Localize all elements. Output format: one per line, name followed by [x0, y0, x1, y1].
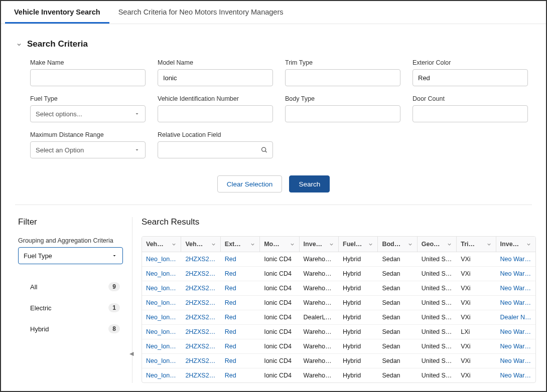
cell-text: Sedan — [378, 354, 417, 368]
tab-search-criteria-neo-motors[interactable]: Search Criteria for Neo Motors Inventory… — [109, 1, 293, 24]
cell-link[interactable]: Red — [221, 368, 260, 382]
collapse-left-icon[interactable]: ◀ — [129, 350, 133, 357]
column-header[interactable]: Geo… — [418, 237, 457, 252]
column-header-label: Veh… — [185, 241, 203, 248]
cell-text: Ionic CD4 — [260, 368, 299, 382]
cell-text: VXi — [457, 267, 496, 281]
cell-link[interactable]: 2HZXS2… — [181, 368, 220, 382]
tab-vehicle-inventory-search[interactable]: Vehicle Inventory Search — [5, 1, 109, 24]
chevron-down-icon — [329, 242, 334, 247]
input-vin[interactable] — [158, 105, 273, 122]
clear-selection-button[interactable]: Clear Selection — [217, 175, 283, 192]
search-criteria-header[interactable]: Search Criteria — [1, 24, 546, 59]
field-fuel-type: Fuel Type Select options... — [30, 95, 146, 122]
filter-heading: Filter — [18, 217, 123, 227]
cell-link[interactable]: Neo War… — [496, 325, 535, 339]
cell-link[interactable]: Neo War… — [496, 267, 535, 281]
column-header[interactable]: Bod… — [378, 237, 417, 252]
select-max-distance-placeholder: Select an Option — [36, 146, 84, 154]
cell-link[interactable]: Red — [221, 339, 260, 353]
input-exterior-color[interactable] — [413, 69, 528, 86]
cell-text: Ionic CD4 — [260, 325, 299, 339]
field-exterior-color: Exterior Color — [413, 59, 528, 86]
column-header-label: Inve… — [500, 241, 519, 248]
search-button[interactable]: Search — [289, 175, 330, 192]
cell-link[interactable]: Neo_Ioni… — [142, 310, 181, 324]
cell-text: Sedan — [378, 281, 417, 295]
cell-link[interactable]: Red — [221, 325, 260, 339]
cell-text: Hybrid — [339, 267, 378, 281]
chevron-down-icon — [526, 242, 531, 247]
cell-link[interactable]: Neo War… — [496, 354, 535, 368]
cell-text: Hybrid — [339, 368, 378, 382]
field-vin: Vehicle Identification Number — [158, 95, 273, 122]
table-row: Neo_Ioni…2HZXS2…RedIonic CD4Wareho…Hybri… — [142, 296, 535, 310]
cell-link[interactable]: Neo_Ioni… — [142, 368, 181, 382]
cell-text: United S… — [418, 325, 457, 339]
cell-link[interactable]: Neo War… — [496, 368, 535, 382]
cell-link[interactable]: Neo War… — [496, 296, 535, 310]
cell-link[interactable]: Neo_Ioni… — [142, 252, 181, 266]
input-relative-location[interactable] — [158, 141, 273, 158]
column-header[interactable]: Ext… — [221, 237, 260, 252]
cell-text: Hybrid — [339, 325, 378, 339]
filter-item[interactable]: Electric1 — [18, 297, 123, 318]
cell-link[interactable]: Neo_Ioni… — [142, 354, 181, 368]
grouping-select[interactable]: Fuel Type — [18, 247, 123, 264]
cell-link[interactable]: Neo_Ioni… — [142, 296, 181, 310]
select-fuel-type-placeholder: Select options... — [36, 110, 82, 118]
cell-link[interactable]: Red — [221, 281, 260, 295]
cell-link[interactable]: Neo_Ioni… — [142, 281, 181, 295]
label-max-distance: Maximum Distance Range — [30, 131, 146, 138]
filter-item[interactable]: All9 — [18, 276, 123, 297]
cell-link[interactable]: Neo War… — [496, 281, 535, 295]
cell-text: Sedan — [378, 325, 417, 339]
filter-panel: Filter Grouping and Aggregation Criteria… — [1, 217, 132, 383]
cell-link[interactable]: 2HZXS2… — [181, 339, 220, 353]
chevron-down-icon — [407, 242, 413, 247]
cell-link[interactable]: 2HZXS2… — [181, 325, 220, 339]
label-trim-type: Trim Type — [285, 59, 400, 66]
chevron-down-icon — [171, 242, 177, 247]
cell-link[interactable]: Neo_Ioni… — [142, 325, 181, 339]
cell-link[interactable]: 2HZXS2… — [181, 267, 220, 281]
table-row: Neo_Ioni…2HZXS2…RedIonic CD4Wareho…Hybri… — [142, 281, 535, 296]
cell-text: Hybrid — [339, 354, 378, 368]
table-row: Neo_Ioni…2HZXS2…RedIonic CD4Wareho…Hybri… — [142, 339, 535, 354]
cell-link[interactable]: 2HZXS2… — [181, 252, 220, 266]
field-relative-location: Relative Location Field — [158, 131, 273, 158]
input-door-count[interactable] — [413, 105, 528, 122]
column-header[interactable]: Veh… — [181, 237, 220, 252]
cell-link[interactable]: 2HZXS2… — [181, 296, 220, 310]
filter-item[interactable]: Hybrid8 — [18, 318, 123, 339]
column-header[interactable]: Inve… — [496, 237, 535, 252]
chevron-down-icon — [368, 242, 373, 247]
column-header[interactable]: Fuel… — [339, 237, 378, 252]
cell-link[interactable]: Neo War… — [496, 339, 535, 353]
cell-link[interactable]: Red — [221, 310, 260, 324]
column-header-label: Bod… — [382, 241, 400, 248]
column-header[interactable]: Mo… — [260, 237, 299, 252]
cell-link[interactable]: 2HZXS2… — [181, 310, 220, 324]
column-header[interactable]: Veh… — [142, 237, 181, 252]
cell-link[interactable]: Neo_Ioni… — [142, 339, 181, 353]
cell-link[interactable]: 2HZXS2… — [181, 354, 220, 368]
cell-link[interactable]: Red — [221, 354, 260, 368]
cell-link[interactable]: 2HZXS2… — [181, 281, 220, 295]
input-make-name[interactable] — [30, 69, 146, 86]
cell-link[interactable]: Neo War… — [496, 252, 535, 266]
column-header[interactable]: Tri… — [457, 237, 496, 252]
cell-text: United S… — [418, 310, 457, 324]
cell-link[interactable]: Neo_Ioni… — [142, 267, 181, 281]
cell-link[interactable]: Red — [221, 252, 260, 266]
input-body-type[interactable] — [285, 105, 400, 122]
cell-link[interactable]: Red — [221, 267, 260, 281]
select-fuel-type[interactable]: Select options... — [30, 105, 146, 122]
input-model-name[interactable] — [158, 69, 273, 86]
column-header[interactable]: Inve… — [300, 237, 339, 252]
cell-link[interactable]: Dealer N… — [496, 310, 535, 324]
input-trim-type[interactable] — [285, 69, 400, 86]
table-row: Neo_Ioni…2HZXS2…RedIonic CD4Wareho…Hybri… — [142, 325, 535, 339]
select-max-distance[interactable]: Select an Option — [30, 141, 146, 158]
cell-link[interactable]: Red — [221, 296, 260, 310]
